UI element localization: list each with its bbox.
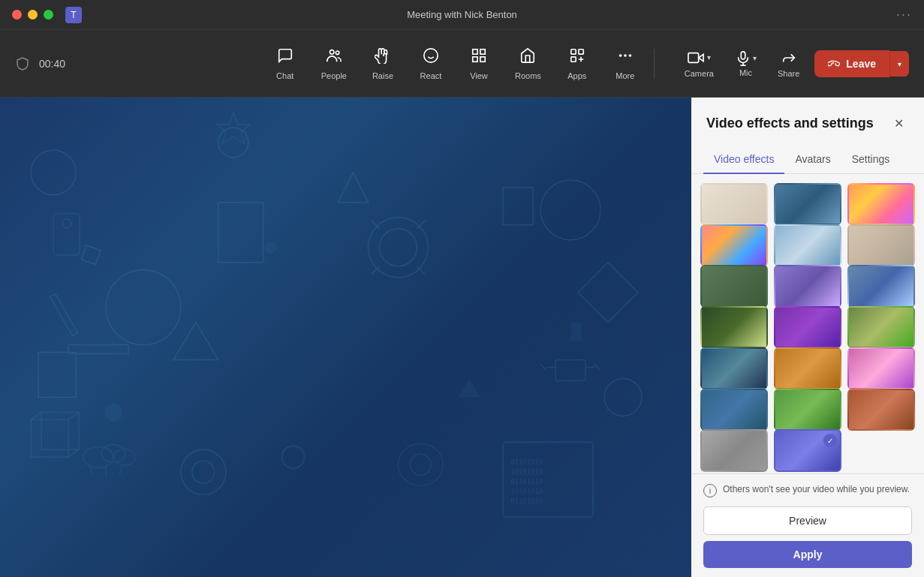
camera-label: Camera xyxy=(685,69,714,78)
maximize-window-button[interactable] xyxy=(44,10,53,20)
more-button[interactable]: More xyxy=(603,41,648,86)
svg-marker-58 xyxy=(217,113,250,144)
apps-icon xyxy=(569,47,585,68)
effect-item[interactable] xyxy=(774,224,841,266)
people-icon xyxy=(326,47,342,68)
effect-item[interactable] xyxy=(700,429,768,471)
svg-rect-53 xyxy=(31,419,68,457)
panel-tabs: Video effects Avatars Settings xyxy=(691,146,924,174)
effect-item[interactable] xyxy=(700,347,768,389)
raise-icon xyxy=(375,47,391,68)
preview-button[interactable]: Preview xyxy=(703,506,912,535)
effect-item[interactable] xyxy=(847,265,915,307)
selected-check-icon: ✓ xyxy=(823,434,837,447)
svg-point-67 xyxy=(398,443,443,485)
tab-video-effects[interactable]: Video effects xyxy=(703,146,784,174)
leave-dropdown-button[interactable]: ▾ xyxy=(889,51,909,77)
effects-panel: Video effects and settings ✕ Video effec… xyxy=(691,98,924,577)
apps-button[interactable]: Apps xyxy=(555,41,600,86)
effect-item-selected[interactable]: ✓ xyxy=(774,429,841,471)
effect-item[interactable] xyxy=(700,306,768,348)
view-button[interactable]: View xyxy=(456,41,501,86)
effect-item[interactable] xyxy=(847,224,915,266)
video-background: 01101010 10101010 01101010 10101010 0110… xyxy=(0,98,691,577)
apply-button[interactable]: Apply xyxy=(703,541,912,568)
effect-item[interactable] xyxy=(774,306,841,348)
svg-rect-47 xyxy=(570,323,582,341)
leave-main-button[interactable]: Leave xyxy=(814,50,889,77)
rooms-label: Rooms xyxy=(515,71,541,80)
react-icon xyxy=(423,47,439,68)
camera-chevron-icon: ▾ xyxy=(707,53,711,62)
effect-item[interactable] xyxy=(700,265,768,307)
share-label: Share xyxy=(778,69,799,78)
svg-text:10101010: 10101010 xyxy=(510,488,543,495)
effect-item[interactable] xyxy=(847,183,915,225)
svg-point-23 xyxy=(540,180,600,240)
effect-item[interactable] xyxy=(700,183,768,225)
svg-rect-10 xyxy=(579,49,583,53)
raise-label: Raise xyxy=(372,71,393,80)
tab-avatars[interactable]: Avatars xyxy=(784,146,841,174)
tab-settings[interactable]: Settings xyxy=(841,146,901,174)
effect-item[interactable] xyxy=(847,347,915,389)
svg-point-45 xyxy=(265,242,277,254)
effect-thumbnail: ✓ xyxy=(775,431,840,470)
svg-point-38 xyxy=(282,446,305,468)
toolbar-separator xyxy=(654,49,655,79)
effect-item[interactable] xyxy=(847,389,915,431)
effect-thumbnail xyxy=(849,226,913,265)
more-options-icon[interactable]: ··· xyxy=(896,7,912,23)
info-text: Others won't see your video while you pr… xyxy=(723,483,910,496)
mic-icon xyxy=(735,50,751,67)
chat-button[interactable]: Chat xyxy=(263,41,308,86)
svg-point-42 xyxy=(181,449,226,494)
effect-thumbnail xyxy=(849,308,913,347)
svg-line-66 xyxy=(119,464,122,476)
react-button[interactable]: React xyxy=(408,41,453,86)
mic-label: Mic xyxy=(739,68,752,77)
mic-button[interactable]: ▾ Mic xyxy=(729,46,763,82)
svg-marker-15 xyxy=(699,54,703,61)
leave-label: Leave xyxy=(846,58,876,70)
people-button[interactable]: People xyxy=(311,41,357,86)
svg-rect-11 xyxy=(571,56,576,61)
svg-rect-40 xyxy=(50,294,78,336)
svg-marker-46 xyxy=(458,378,480,397)
panel-close-button[interactable]: ✕ xyxy=(888,113,909,134)
effect-item[interactable] xyxy=(847,306,915,348)
raise-button[interactable]: Raise xyxy=(360,41,405,86)
react-label: React xyxy=(420,71,442,80)
svg-rect-59 xyxy=(53,214,80,255)
svg-rect-6 xyxy=(480,49,485,53)
camera-button[interactable]: ▾ Camera xyxy=(676,44,723,84)
effect-thumbnail xyxy=(849,185,913,224)
toolbar-center: Chat People Raise xyxy=(263,41,648,86)
svg-rect-26 xyxy=(38,352,76,397)
effect-thumbnail xyxy=(775,349,840,388)
window-controls: T xyxy=(12,7,82,23)
more-label: More xyxy=(615,71,634,80)
svg-text:01101010: 01101010 xyxy=(510,478,543,485)
effect-item[interactable] xyxy=(774,389,841,431)
panel-header: Video effects and settings ✕ xyxy=(691,98,924,146)
svg-point-13 xyxy=(624,54,627,57)
effect-thumbnail xyxy=(775,185,840,224)
svg-rect-17 xyxy=(741,51,745,59)
camera-top-row: ▾ xyxy=(688,50,711,66)
effect-item[interactable] xyxy=(774,347,841,389)
svg-rect-9 xyxy=(571,49,576,53)
svg-text:01101010: 01101010 xyxy=(510,458,543,466)
effect-item[interactable] xyxy=(700,224,768,266)
svg-text:01101010: 01101010 xyxy=(510,497,543,505)
share-button[interactable]: Share xyxy=(769,44,808,84)
tab-settings-label: Settings xyxy=(852,153,890,165)
close-window-button[interactable] xyxy=(12,10,22,20)
minimize-window-button[interactable] xyxy=(28,10,38,20)
svg-marker-73 xyxy=(594,364,600,370)
effect-item[interactable] xyxy=(700,389,768,431)
rooms-button[interactable]: Rooms xyxy=(504,41,552,86)
info-row: i Others won't see your video while you … xyxy=(703,483,912,497)
effect-item[interactable] xyxy=(774,265,841,307)
effect-item[interactable] xyxy=(774,183,841,225)
